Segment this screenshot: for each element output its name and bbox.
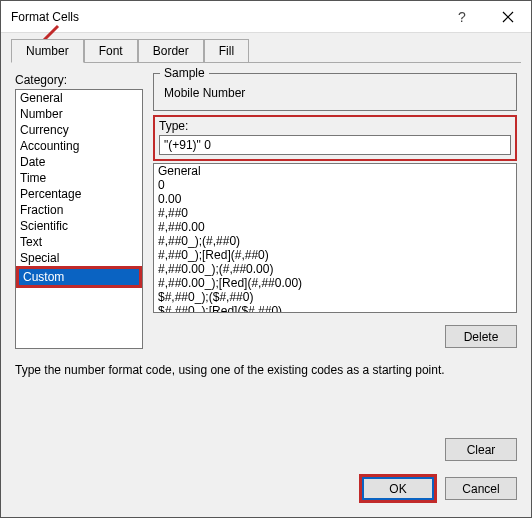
- sample-value: Mobile Number: [162, 82, 508, 100]
- tab-number[interactable]: Number: [11, 39, 84, 63]
- format-cells-dialog: Format Cells ? Number Font Border Fill C…: [0, 0, 532, 518]
- format-item[interactable]: 0: [154, 178, 516, 192]
- category-item-fraction[interactable]: Fraction: [16, 202, 142, 218]
- close-icon: [502, 11, 514, 23]
- category-item-special[interactable]: Special: [16, 250, 142, 266]
- ok-highlight: OK: [359, 474, 437, 503]
- tab-fill[interactable]: Fill: [204, 39, 249, 62]
- tab-strip: Number Font Border Fill: [1, 33, 531, 62]
- sample-group: Sample Mobile Number: [153, 73, 517, 111]
- category-item-number[interactable]: Number: [16, 106, 142, 122]
- category-item-custom[interactable]: Custom: [19, 269, 139, 285]
- category-item-percentage[interactable]: Percentage: [16, 186, 142, 202]
- question-icon: ?: [458, 9, 466, 25]
- type-input[interactable]: [159, 135, 511, 155]
- format-item[interactable]: #,##0_);(#,##0): [154, 234, 516, 248]
- hint-text: Type the number format code, using one o…: [15, 363, 517, 377]
- type-label: Type:: [159, 119, 511, 133]
- format-item[interactable]: #,##0_);[Red](#,##0): [154, 248, 516, 262]
- category-item-time[interactable]: Time: [16, 170, 142, 186]
- sample-label: Sample: [160, 66, 209, 80]
- category-label: Category:: [15, 73, 143, 87]
- category-listbox[interactable]: GeneralNumberCurrencyAccountingDateTimeP…: [15, 89, 143, 349]
- format-item[interactable]: #,##0.00_);(#,##0.00): [154, 262, 516, 276]
- format-item[interactable]: #,##0.00_);[Red](#,##0.00): [154, 276, 516, 290]
- category-item-accounting[interactable]: Accounting: [16, 138, 142, 154]
- category-item-text[interactable]: Text: [16, 234, 142, 250]
- cancel-button[interactable]: Cancel: [445, 477, 517, 500]
- dialog-title: Format Cells: [11, 10, 79, 24]
- titlebar: Format Cells ?: [1, 1, 531, 33]
- format-item[interactable]: 0.00: [154, 192, 516, 206]
- category-item-date[interactable]: Date: [16, 154, 142, 170]
- help-button[interactable]: ?: [439, 1, 485, 32]
- tab-font[interactable]: Font: [84, 39, 138, 62]
- format-item[interactable]: $#,##0_);[Red]($#,##0): [154, 304, 516, 313]
- ok-button[interactable]: OK: [362, 477, 434, 500]
- format-item[interactable]: #,##0.00: [154, 220, 516, 234]
- clear-button[interactable]: Clear: [445, 438, 517, 461]
- category-item-currency[interactable]: Currency: [16, 122, 142, 138]
- close-button[interactable]: [485, 1, 531, 32]
- delete-button[interactable]: Delete: [445, 325, 517, 348]
- tab-content: Category: GeneralNumberCurrencyAccountin…: [1, 63, 531, 517]
- format-item[interactable]: General: [154, 164, 516, 178]
- format-item[interactable]: $#,##0_);($#,##0): [154, 290, 516, 304]
- format-item[interactable]: #,##0: [154, 206, 516, 220]
- type-group: Type:: [153, 115, 517, 161]
- category-item-general[interactable]: General: [16, 90, 142, 106]
- category-item-scientific[interactable]: Scientific: [16, 218, 142, 234]
- tab-border[interactable]: Border: [138, 39, 204, 62]
- format-listbox[interactable]: General00.00#,##0#,##0.00#,##0_);(#,##0)…: [153, 163, 517, 313]
